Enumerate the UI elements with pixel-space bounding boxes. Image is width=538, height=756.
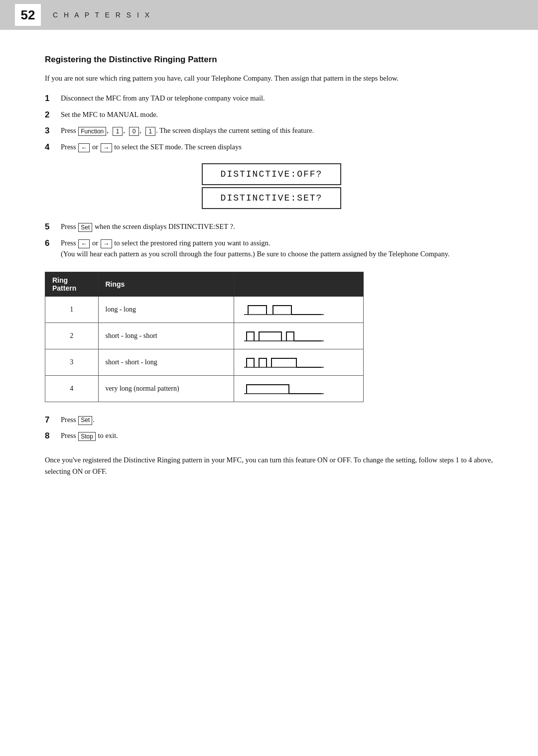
step-6: 6 Press ← or → to select the prestored r… — [45, 237, 498, 260]
page-header: 52 C H A P T E R S I X — [0, 0, 538, 30]
key-0: 0 — [129, 127, 139, 136]
pattern-num-3: 3 — [45, 349, 99, 375]
pattern-desc-3: short - short - long — [98, 349, 234, 375]
ring-pattern-table: RingPattern Rings 1 long - long — [45, 272, 364, 402]
step-3-text: Press Function, 1, 0, 1. The screen disp… — [61, 125, 498, 136]
key-right-2: → — [101, 239, 112, 248]
step-7-num: 7 — [45, 414, 58, 427]
pattern-visual-4 — [234, 375, 363, 402]
table-row: 4 very long (normal pattern) — [45, 375, 364, 402]
step-5: 5 Press Set when the screen displays DIS… — [45, 221, 498, 233]
step-4: 4 Press ← or → to select the SET mode. T… — [45, 141, 498, 154]
key-left-1: ← — [78, 143, 90, 152]
steps-final: 7 Press Set. 8 Press Stop to exit. — [45, 414, 498, 442]
page: 52 C H A P T E R S I X Registering the D… — [0, 0, 538, 756]
pattern-desc-1: long - long — [98, 296, 234, 323]
steps-list: 1 Disconnect the MFC from any TAD or tel… — [45, 93, 498, 153]
section-title: Registering the Distinctive Ringing Patt… — [45, 55, 498, 65]
lcd-display-container: DISTINCTIVE:OFF? DISTINCTIVE:SET? — [45, 163, 498, 211]
key-set-2: Set — [78, 416, 92, 425]
ring-svg-4 — [244, 380, 324, 398]
pattern-num-1: 1 — [45, 296, 99, 323]
step-2: 2 Set the MFC to MANUAL mode. — [45, 109, 498, 121]
ring-svg-2 — [244, 327, 324, 345]
step-8-num: 8 — [45, 430, 58, 442]
table-row: 1 long - long — [45, 296, 364, 323]
step-8-text: Press Stop to exit. — [61, 430, 498, 441]
page-number: 52 — [15, 4, 41, 26]
col-rings: Rings — [98, 272, 234, 296]
key-right-1: → — [101, 143, 112, 152]
page-content: Registering the Distinctive Ringing Patt… — [0, 30, 538, 507]
key-1b: 1 — [145, 127, 155, 136]
key-left-2: ← — [78, 239, 90, 248]
step-6-text: Press ← or → to select the prestored rin… — [61, 237, 498, 260]
lcd-display-2: DISTINCTIVE:SET? — [202, 187, 341, 209]
step-1: 1 Disconnect the MFC from any TAD or tel… — [45, 93, 498, 105]
key-1a: 1 — [113, 127, 123, 136]
step-6-num: 6 — [45, 237, 58, 250]
footer-text: Once you've registered the Distinctive R… — [45, 454, 498, 477]
step-3: 3 Press Function, 1, 0, 1. The screen di… — [45, 125, 498, 137]
table-row: 2 short - long - short — [45, 323, 364, 349]
table-row: 3 short - short - long — [45, 349, 364, 375]
ring-svg-1 — [244, 301, 324, 319]
pattern-desc-2: short - long - short — [98, 323, 234, 349]
ring-svg-3 — [244, 353, 324, 371]
step-8: 8 Press Stop to exit. — [45, 430, 498, 442]
key-function: Function — [78, 127, 106, 136]
col-visual — [234, 272, 363, 296]
pattern-num-4: 4 — [45, 375, 99, 402]
step-4-text: Press ← or → to select the SET mode. The… — [61, 141, 498, 152]
steps-cont: 5 Press Set when the screen displays DIS… — [45, 221, 498, 259]
step-2-text: Set the MFC to MANUAL mode. — [61, 109, 498, 120]
step-5-num: 5 — [45, 220, 58, 233]
pattern-num-2: 2 — [45, 323, 99, 349]
key-stop: Stop — [78, 432, 96, 441]
step-7: 7 Press Set. — [45, 414, 498, 427]
pattern-desc-4: very long (normal pattern) — [98, 375, 234, 402]
key-set-1: Set — [78, 223, 92, 232]
step-7-text: Press Set. — [61, 414, 498, 425]
step-3-num: 3 — [45, 124, 58, 137]
step-1-text: Disconnect the MFC from any TAD or telep… — [61, 93, 498, 104]
col-ring-pattern: RingPattern — [45, 272, 99, 296]
pattern-visual-3 — [234, 349, 363, 375]
chapter-title: C H A P T E R S I X — [53, 11, 151, 19]
pattern-visual-1 — [234, 296, 363, 323]
step-2-num: 2 — [45, 108, 58, 121]
pattern-visual-2 — [234, 323, 363, 349]
step-1-num: 1 — [45, 92, 58, 105]
step-5-text: Press Set when the screen displays DISTI… — [61, 221, 498, 232]
lcd-display-1: DISTINCTIVE:OFF? — [202, 163, 341, 185]
step-4-num: 4 — [45, 141, 58, 154]
intro-text: If you are not sure which ring pattern y… — [45, 73, 498, 84]
